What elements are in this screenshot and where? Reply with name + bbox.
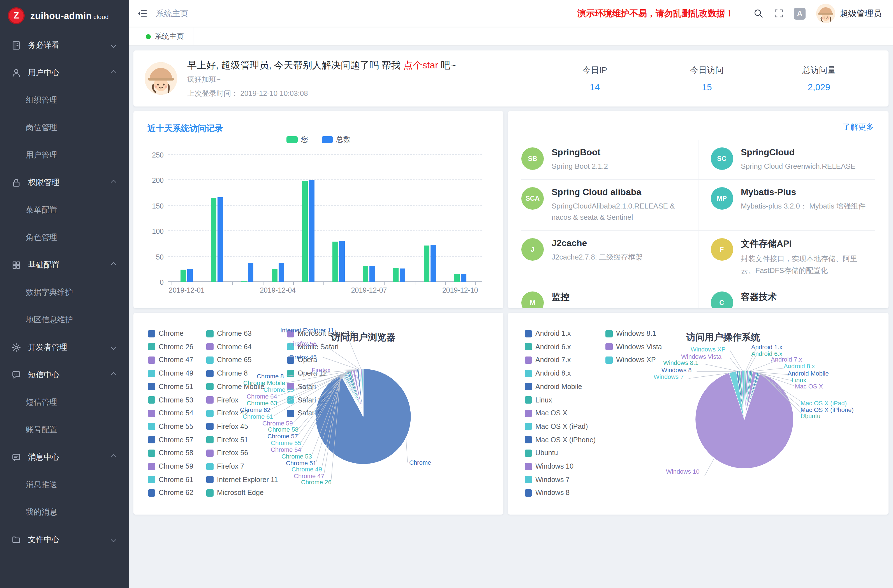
stat-value: 2,029 <box>763 82 875 92</box>
gridline <box>168 154 482 155</box>
callout-label: Mac OS X (iPhone) <box>800 406 854 413</box>
menu-fold-icon[interactable] <box>137 8 148 19</box>
username[interactable]: 超级管理员 <box>840 8 882 19</box>
breadcrumb[interactable]: 系统主页 <box>156 8 188 19</box>
user-avatar[interactable] <box>816 4 835 23</box>
legend-item[interactable]: Firefox 7 <box>206 462 244 470</box>
sidebar-subitem-user-management[interactable]: 用户管理 <box>0 141 129 169</box>
sidebar-subitem-account-config[interactable]: 账号配置 <box>0 416 129 444</box>
legend-item[interactable]: Chrome 8 <box>206 369 248 377</box>
legend-item[interactable]: Chrome 65 <box>206 356 252 364</box>
legend-item[interactable]: Firefox 56 <box>206 449 248 457</box>
legend-item[interactable]: Linux <box>525 396 552 404</box>
sidebar-item-sms-center[interactable]: 短信中心 <box>0 361 129 388</box>
pie-slice-Safari 11 <box>362 369 363 417</box>
legend-item[interactable]: Mac OS X (iPhone) <box>525 436 595 444</box>
pie-slice-Chrome 51 <box>342 374 363 417</box>
legend-item[interactable]: Windows 8.1 <box>606 329 656 337</box>
learn-more-link[interactable]: 了解更多 <box>843 122 874 132</box>
legend-item[interactable]: Chrome 57 <box>148 436 193 444</box>
legend-item[interactable]: Chrome 64 <box>206 343 252 350</box>
legend-item[interactable]: Chrome 58 <box>148 449 193 457</box>
legend-swatch <box>287 370 294 377</box>
pie-slice-Chrome 8 <box>352 370 363 417</box>
feature-text: SpringBootSpring Boot 2.1.2 <box>552 147 608 172</box>
legend-item[interactable]: Chrome 26 <box>148 343 193 350</box>
feature-title: SpringBoot <box>552 147 608 158</box>
sidebar-subitem-menu-config[interactable]: 菜单配置 <box>0 196 129 224</box>
x-axis-label: 2019-12-07 <box>345 286 392 294</box>
legend-item[interactable]: Windows 7 <box>525 475 570 483</box>
legend-item-series-1[interactable]: 总数 <box>322 135 351 144</box>
sidebar-subitem-sms-management[interactable]: 短信管理 <box>0 388 129 416</box>
sidebar-subitem-my-messages[interactable]: 我的消息 <box>0 498 129 526</box>
legend-item[interactable]: Safari 11 <box>287 396 325 404</box>
legend-swatch <box>148 356 155 364</box>
sidebar-subitem-post-management[interactable]: 岗位管理 <box>0 114 129 141</box>
bar-您-2019-12-02 <box>211 198 216 282</box>
sidebar-item-user-center[interactable]: 用户中心 <box>0 59 129 86</box>
font-size-icon[interactable]: A <box>794 8 806 20</box>
logo[interactable]: Z zuihou-admincloud <box>0 0 129 32</box>
legend-item[interactable]: Windows 10 <box>525 462 573 470</box>
legend-item[interactable]: Microsoft Edge <box>206 489 264 497</box>
legend-item[interactable]: Ubuntu <box>525 449 558 457</box>
legend-item[interactable]: Mac OS X <box>525 409 567 417</box>
legend-label: Mac OS X (iPhone) <box>535 436 595 444</box>
legend-item-series-0[interactable]: 您 <box>286 135 308 144</box>
sidebar-item-must-read[interactable]: 务必详看 <box>0 32 129 59</box>
pie-slice-Chrome 64 <box>350 370 363 417</box>
sidebar-subitem-org-management[interactable]: 组织管理 <box>0 86 129 114</box>
legend-item[interactable]: Chrome 53 <box>148 396 193 404</box>
callout-label: Chrome 59 <box>262 420 293 427</box>
legend-item[interactable]: Chrome 63 <box>206 329 252 337</box>
feature-badge-icon: MP <box>711 187 733 210</box>
last-login-time: 2019-12-10 10:03:08 <box>240 89 308 97</box>
tab-home[interactable]: 系统主页 <box>137 27 193 45</box>
legend-item[interactable]: Android 6.x <box>525 343 571 350</box>
sidebar-item-base-config[interactable]: 基础配置 <box>0 251 129 278</box>
legend-item[interactable]: Chrome 62 <box>148 489 193 497</box>
legend-item[interactable]: Chrome 51 <box>148 383 193 391</box>
legend-item[interactable]: Chrome 47 <box>148 356 193 364</box>
legend-item[interactable]: Android 8.x <box>525 369 571 377</box>
legend-item[interactable]: Chrome 59 <box>148 462 193 470</box>
legend-item[interactable]: Chrome <box>148 329 183 337</box>
sidebar-item-message-center[interactable]: 消息中心 <box>0 444 129 471</box>
legend-item[interactable]: Windows XP <box>606 356 656 364</box>
legend-item[interactable]: Chrome 61 <box>148 475 193 483</box>
sidebar-item-file-center[interactable]: 文件中心 <box>0 526 129 553</box>
greeting-suffix: 吧~ <box>438 60 456 70</box>
star-link[interactable]: 点个star <box>403 60 438 70</box>
legend-item[interactable]: Firefox <box>206 396 238 404</box>
sidebar-subitem-data-dict[interactable]: 数据字典维护 <box>0 278 129 306</box>
legend-item[interactable]: Internet Explorer 11 <box>206 475 278 483</box>
search-icon[interactable] <box>753 8 764 18</box>
legend-item[interactable]: Chrome 54 <box>148 409 193 417</box>
sidebar-subitem-role-management[interactable]: 角色管理 <box>0 224 129 251</box>
pie-slice-Firefox 7 <box>356 369 363 417</box>
legend-item[interactable]: Mac OS X (iPad) <box>525 423 588 430</box>
sidebar-subitem-region-info[interactable]: 地区信息维护 <box>0 306 129 334</box>
legend-label: Firefox 45 <box>217 423 248 430</box>
legend-label: Firefox 56 <box>217 449 248 457</box>
legend-item[interactable]: Firefox 51 <box>206 436 248 444</box>
legend-item[interactable]: Windows Vista <box>606 343 662 350</box>
sidebar-subitem-message-push[interactable]: 消息推送 <box>0 471 129 498</box>
legend-item[interactable]: Android Mobile <box>525 383 582 391</box>
legend-item[interactable]: Chrome 49 <box>148 369 193 377</box>
legend-item[interactable]: Windows 8 <box>525 489 570 497</box>
app: Z zuihou-admincloud 务必详看用户中心组织管理岗位管理用户管理… <box>0 0 893 588</box>
legend-item[interactable]: Chrome 55 <box>148 423 193 430</box>
sidebar-item-developer[interactable]: 开发者管理 <box>0 334 129 361</box>
legend-label: Safari 11 <box>298 396 325 404</box>
sidebar-item-permission[interactable]: 权限管理 <box>0 169 129 196</box>
legend-item[interactable]: Firefox 45 <box>206 423 248 430</box>
legend-item[interactable]: Android 7.x <box>525 356 571 364</box>
legend-item[interactable]: Android 1.x <box>525 329 571 337</box>
pie-slice-Microsoft Edge <box>359 369 363 417</box>
legend-item[interactable]: Safari 9 <box>287 409 322 417</box>
feature-desc: 封装文件接口，实现本地存储、阿里云、FastDFS存储的配置化 <box>741 254 867 276</box>
fullscreen-icon[interactable] <box>774 8 784 18</box>
os-pie-title: 访问用户操作系统 <box>686 331 760 344</box>
